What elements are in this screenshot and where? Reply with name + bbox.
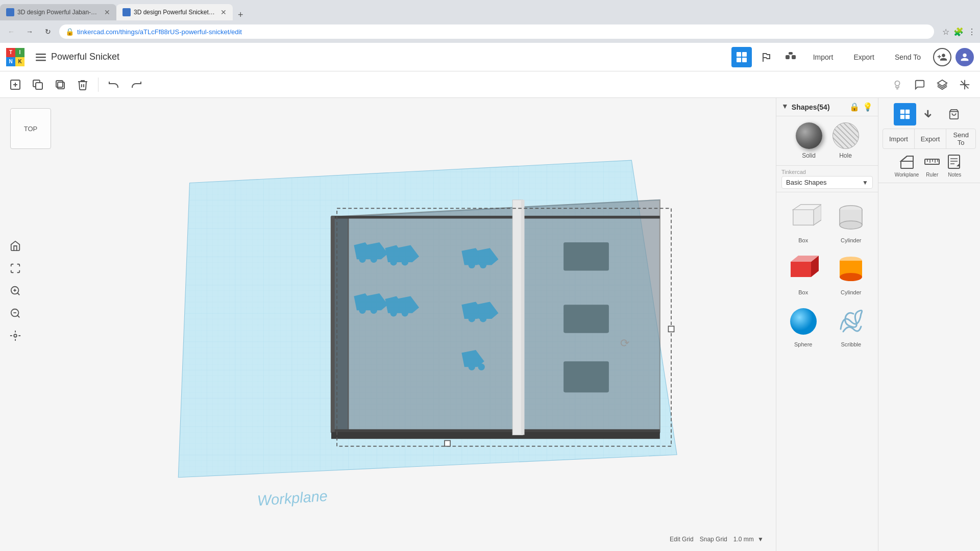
hole-button[interactable]: Hole [832, 122, 859, 159]
user-avatar[interactable] [955, 48, 974, 66]
bookmark-icon[interactable]: ☆ [942, 27, 949, 37]
duplicate-icon [54, 79, 66, 91]
scribble-icon [833, 304, 869, 339]
delete-button[interactable] [74, 76, 92, 94]
workplane-tool-button[interactable]: Workplane [895, 152, 919, 178]
zoom-out-icon [10, 308, 21, 319]
person-add-icon [937, 52, 947, 62]
workplane-text: Workplane [257, 488, 328, 509]
shape-scribble[interactable]: Scribble [829, 302, 873, 349]
right-grid-view-button[interactable] [894, 103, 916, 126]
tab-2[interactable]: 3D design Powerful Snicket | Ti... ✕ [116, 4, 233, 20]
layers-button[interactable] [933, 76, 951, 94]
svg-rect-68 [521, 200, 525, 435]
right-hammer-icon [924, 109, 935, 120]
sphere-icon [786, 304, 821, 339]
tab-1[interactable]: 3D design Powerful Jaban-Amu... ✕ [0, 4, 116, 20]
lock-icon[interactable]: 🔒 [849, 102, 860, 112]
trash-icon [77, 79, 89, 91]
grid-view-button[interactable] [731, 47, 752, 67]
bag-icon [948, 109, 960, 120]
svg-marker-86 [791, 262, 811, 277]
right-top-row [883, 103, 976, 126]
grid-controls: Edit Grid Snap Grid 1.0 mm ▼ [664, 534, 770, 545]
snap-button[interactable] [955, 76, 974, 94]
snap-grid-value[interactable]: 1.0 mm ▼ [733, 536, 764, 543]
svg-rect-93 [900, 110, 904, 114]
solid-button[interactable]: Solid [796, 122, 822, 159]
hole-circle [832, 122, 859, 149]
speech-bubble-button[interactable] [911, 76, 929, 94]
home-view-button[interactable] [6, 237, 24, 255]
app-toolbar: T I N K Powerful Snicket [0, 43, 980, 71]
svg-point-59 [480, 262, 486, 268]
send-to-button[interactable]: Send To [887, 50, 929, 64]
import-action-button[interactable]: Import [883, 129, 915, 148]
edit-grid-label[interactable]: Edit Grid [670, 536, 694, 543]
right-bag-button[interactable] [943, 103, 965, 126]
light-bulb-button[interactable] [888, 76, 906, 94]
reset-view-button[interactable] [6, 327, 24, 345]
svg-marker-78 [793, 210, 814, 225]
library-name: Basic Shapes [786, 179, 827, 186]
svg-marker-101 [901, 156, 913, 161]
shape-cylinder-solid[interactable]: Cylinder [829, 249, 873, 297]
zoom-out-button[interactable] [6, 304, 24, 322]
svg-point-58 [469, 262, 475, 268]
toolbar-right: Import Export Send To [731, 47, 974, 67]
library-dropdown[interactable]: Basic Shapes ▼ [781, 176, 873, 189]
svg-line-27 [17, 315, 19, 317]
zoom-in-button[interactable] [6, 282, 24, 300]
address-bar[interactable]: 🔒 tinkercad.com/things/aTLcFf88rUS-power… [59, 24, 934, 39]
back-button[interactable]: ← [4, 24, 18, 39]
undo-button[interactable] [105, 76, 123, 94]
new-shape-button[interactable] [6, 76, 24, 94]
ruler-tool-button[interactable]: Ruler [923, 152, 941, 178]
tab-1-close[interactable]: ✕ [104, 8, 110, 16]
right-grid-icon [899, 109, 911, 120]
more-icon[interactable]: ⋮ [968, 27, 976, 37]
reload-button[interactable]: ↻ [41, 24, 55, 39]
rotate-handle: ⟳ [620, 337, 629, 349]
main-content: TOP [0, 98, 980, 551]
duplicate-button[interactable] [51, 76, 69, 94]
viewport[interactable]: TOP [0, 98, 776, 551]
collapse-shapes-button[interactable]: ▲ [781, 103, 789, 111]
export-action-button[interactable]: Export [915, 129, 947, 148]
right-hammer-button[interactable] [918, 103, 941, 126]
action-buttons-row: Import Export Send To [883, 129, 976, 149]
shapes-light-icon[interactable]: 💡 [863, 102, 873, 112]
tinkercad-logo: T I N K [6, 48, 24, 66]
svg-rect-7 [786, 55, 790, 59]
extensions-icon[interactable]: 🧩 [953, 27, 964, 37]
svg-rect-0 [36, 54, 46, 55]
browser-chrome: 3D design Powerful Jaban-Amu... ✕ 3D des… [0, 0, 980, 43]
fit-view-button[interactable] [6, 259, 24, 278]
tab-2-close[interactable]: ✕ [220, 8, 227, 16]
svg-rect-36 [331, 216, 660, 219]
fit-icon [10, 263, 21, 274]
add-user-button[interactable] [933, 48, 951, 66]
codeblocks-button[interactable] [780, 47, 801, 67]
menu-button[interactable] [33, 49, 49, 65]
build-mode-button[interactable] [756, 47, 776, 67]
shape-box-solid[interactable]: Box [781, 249, 825, 297]
copy-button[interactable] [29, 76, 47, 94]
shape-cylinder-wire[interactable]: Cylinder [829, 197, 873, 245]
forward-button[interactable]: → [22, 24, 37, 39]
svg-rect-4 [742, 52, 747, 57]
layers-icon [937, 79, 948, 90]
import-button[interactable]: Import [805, 50, 842, 64]
svg-rect-96 [905, 115, 909, 119]
redo-button[interactable] [127, 76, 145, 94]
solid-circle [796, 122, 822, 149]
blocks-icon [785, 51, 797, 63]
shape-box-wire[interactable]: Box [781, 197, 825, 245]
notes-tool-button[interactable]: Notes [945, 152, 964, 178]
new-tab-button[interactable]: + [233, 10, 249, 20]
logo-t: T [6, 48, 15, 57]
export-button[interactable]: Export [845, 50, 882, 64]
shape-sphere[interactable]: Sphere [781, 302, 825, 349]
solid-hole-selector: Solid Hole [776, 116, 878, 166]
send-to-action-button[interactable]: Send To [946, 129, 975, 148]
